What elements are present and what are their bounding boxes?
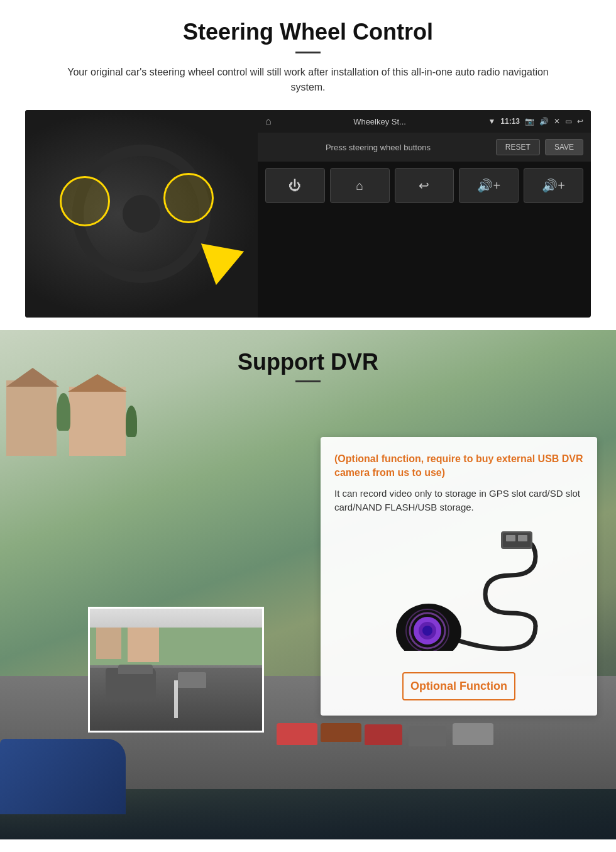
dvr-info-card: (Optional function, require to buy exter… bbox=[321, 437, 597, 716]
highlight-circle-left bbox=[60, 176, 110, 226]
topbar-icons: ▼ 11:13 📷 🔊 ✕ ▭ ↩ bbox=[488, 117, 583, 126]
android-screen: ⌂ Wheelkey St... ▼ 11:13 📷 🔊 ✕ ▭ ↩ Press… bbox=[258, 110, 591, 318]
steering-wheel-scene bbox=[25, 110, 258, 318]
wheel-center bbox=[123, 195, 160, 233]
dvr-optional-note: (Optional function, require to buy exter… bbox=[334, 452, 583, 480]
house-left-2 bbox=[69, 387, 126, 456]
topbar-time: 11:13 bbox=[500, 117, 520, 126]
controls-label: Press steering wheel buttons bbox=[265, 143, 491, 152]
android-topbar: ⌂ Wheelkey St... ▼ 11:13 📷 🔊 ✕ ▭ ↩ bbox=[258, 110, 591, 133]
back-ctrl-btn[interactable]: ↩ bbox=[395, 168, 454, 203]
dvr-title-divider bbox=[295, 380, 321, 382]
steering-image-row: ⌂ Wheelkey St... ▼ 11:13 📷 🔊 ✕ ▭ ↩ Press… bbox=[25, 110, 591, 318]
title-divider bbox=[295, 52, 321, 53]
inset-house-1 bbox=[96, 628, 121, 659]
tree-2 bbox=[126, 406, 137, 437]
vol-up1-ctrl-btn[interactable]: 🔊+ bbox=[459, 168, 519, 203]
steering-subtitle: Your original car's steering wheel contr… bbox=[57, 65, 559, 95]
steering-section: Steering Wheel Control Your original car… bbox=[0, 0, 616, 330]
android-buttons-row: ⏻ ⌂ ↩ 🔊+ 🔊+ bbox=[258, 162, 591, 209]
steering-photo bbox=[25, 110, 258, 318]
dvr-title: Support DVR bbox=[0, 349, 616, 375]
home-ctrl-btn[interactable]: ⌂ bbox=[330, 168, 390, 203]
power-ctrl-btn[interactable]: ⏻ bbox=[265, 168, 325, 203]
back-icon: ↩ bbox=[577, 117, 583, 126]
steering-title: Steering Wheel Control bbox=[25, 19, 591, 45]
wifi-icon: ▼ bbox=[488, 117, 495, 126]
home-icon: ⌂ bbox=[265, 116, 272, 127]
highlight-circle-right bbox=[163, 173, 214, 223]
camera-icon: 📷 bbox=[525, 117, 534, 126]
inset-house-2 bbox=[128, 628, 159, 662]
tree-1 bbox=[57, 393, 70, 431]
inset-car-2 bbox=[178, 672, 206, 688]
svg-rect-2 bbox=[506, 535, 515, 541]
house-left-1 bbox=[6, 380, 57, 456]
window-icon: ▭ bbox=[565, 117, 572, 126]
dvr-title-area: Support DVR bbox=[0, 330, 616, 392]
dvr-section: Support DVR (Optional function, require … bbox=[0, 330, 616, 839]
svg-rect-3 bbox=[518, 535, 527, 541]
topbar-title: Wheelkey St... bbox=[277, 117, 483, 126]
optional-function-button[interactable]: Optional Function bbox=[402, 672, 515, 700]
dvr-description: It can record video only to storage in G… bbox=[334, 487, 583, 515]
bg-car-4 bbox=[409, 726, 446, 746]
bg-car-3 bbox=[365, 724, 402, 745]
volume-icon: 🔊 bbox=[539, 117, 549, 126]
blue-car bbox=[0, 739, 126, 814]
inset-suv-roof bbox=[118, 665, 153, 674]
bg-car-5 bbox=[453, 723, 493, 745]
bg-car-2 bbox=[321, 723, 361, 742]
reset-button[interactable]: RESET bbox=[496, 139, 540, 155]
controls-bar: Press steering wheel buttons RESET SAVE bbox=[258, 133, 591, 162]
vol-up2-ctrl-btn[interactable]: 🔊+ bbox=[524, 168, 583, 203]
dvr-inset-photo bbox=[88, 607, 264, 733]
bg-car-1 bbox=[277, 723, 317, 745]
save-button[interactable]: SAVE bbox=[545, 139, 583, 155]
dvr-camera-image bbox=[334, 525, 583, 663]
yellow-arrow bbox=[201, 231, 251, 285]
svg-point-8 bbox=[422, 626, 432, 636]
dvr-camera-svg bbox=[334, 525, 573, 651]
close-icon: ✕ bbox=[554, 117, 560, 126]
